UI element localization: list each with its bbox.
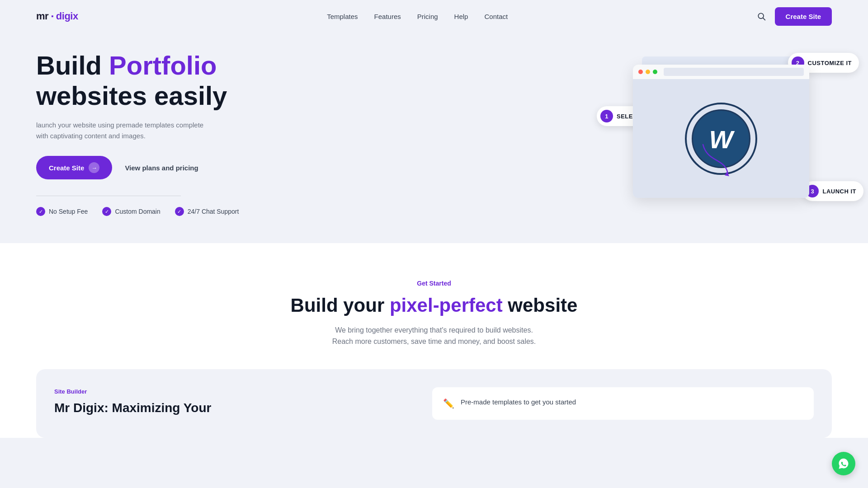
browser-dot-red (638, 70, 643, 74)
section-title: Build your pixel-perfect website (36, 294, 832, 317)
browser-bar (633, 65, 809, 79)
search-button[interactable] (757, 12, 766, 21)
create-site-button[interactable]: Create Site (775, 7, 832, 26)
navbar: mr · digix Templates Features Pricing He… (0, 0, 868, 33)
step-label-2: CUSTOMIZE IT (808, 60, 852, 66)
logo-digix: digix (56, 10, 78, 22)
section-desc: We bring together everything that's requ… (326, 324, 542, 347)
hero-cta-primary[interactable]: Create Site → (36, 156, 112, 179)
nav-features[interactable]: Features (374, 13, 401, 20)
browser-dot-yellow (646, 70, 650, 74)
card-feature-text: Pre-made templates to get you started (461, 398, 576, 406)
arrow-icon: → (89, 162, 99, 173)
nav-pricing[interactable]: Pricing (417, 13, 438, 20)
card-left: Site Builder Mr Digix: Maximizing Your (54, 387, 432, 420)
search-icon (757, 12, 766, 21)
check-icon-3: ✓ (175, 207, 184, 216)
browser-url-bar (664, 68, 804, 76)
hero-title-part1: Build (36, 51, 109, 80)
logo-mr: mr (36, 10, 48, 22)
check-icon-2: ✓ (102, 207, 111, 216)
card-title: Mr Digix: Maximizing Your (54, 400, 414, 416)
hero-subtitle: launch your website using premade templa… (36, 120, 208, 141)
nav-help[interactable]: Help (454, 13, 468, 20)
logo[interactable]: mr · digix (36, 9, 78, 23)
browser-dot-green (653, 70, 657, 74)
badge-custom-domain: ✓ Custom Domain (102, 207, 160, 216)
nav-right: Create Site (757, 7, 832, 26)
card-right: ✏️ Pre-made templates to get you started (432, 387, 814, 420)
svg-line-1 (763, 18, 765, 20)
hero-badges: ✓ No Setup Fee ✓ Custom Domain ✓ 24/7 Ch… (36, 207, 239, 216)
whatsapp-button[interactable] (832, 452, 855, 475)
section-two-header: Get Started Build your pixel-perfect web… (36, 279, 832, 347)
hero-content: Build Portfolio websites easily launch y… (36, 51, 239, 216)
section-two: Get Started Build your pixel-perfect web… (0, 243, 868, 438)
nav-contact[interactable]: Contact (484, 13, 508, 20)
whatsapp-icon (837, 457, 850, 470)
hero-title-highlight: Portfolio (109, 51, 217, 80)
nav-links: Templates Features Pricing Help Contact (327, 13, 508, 20)
step-bubble-3: 3 LAUNCH IT (802, 181, 863, 201)
step-num-1: 1 (600, 110, 613, 122)
hero-section: Build Portfolio websites easily launch y… (0, 33, 868, 243)
nav-templates[interactable]: Templates (327, 13, 358, 20)
svg-marker-2 (725, 172, 729, 176)
badge-chat-support: ✓ 24/7 Chat Support (175, 207, 239, 216)
hero-cta-secondary[interactable]: View plans and pricing (125, 164, 198, 172)
check-icon-1: ✓ (36, 207, 45, 216)
curved-arrow-icon (698, 140, 735, 181)
hero-title-part2: websites easily (36, 81, 227, 110)
card-section: Site Builder Mr Digix: Maximizing Your ✏… (36, 369, 832, 438)
pencil-icon: ✏️ (443, 398, 454, 409)
step-label-3: LAUNCH IT (822, 188, 856, 195)
logo-dot: · (51, 9, 54, 23)
hero-illustration: W 1 SELECT DESIGN 2 CUSTOMIZE IT 3 LAUNC… (615, 56, 832, 210)
badge-no-setup-fee: ✓ No Setup Fee (36, 207, 88, 216)
section-label: Get Started (417, 280, 451, 287)
card-tag: Site Builder (54, 388, 87, 395)
hero-title: Build Portfolio websites easily (36, 51, 239, 111)
hero-divider (36, 196, 181, 196)
hero-actions: Create Site → View plans and pricing (36, 156, 239, 179)
